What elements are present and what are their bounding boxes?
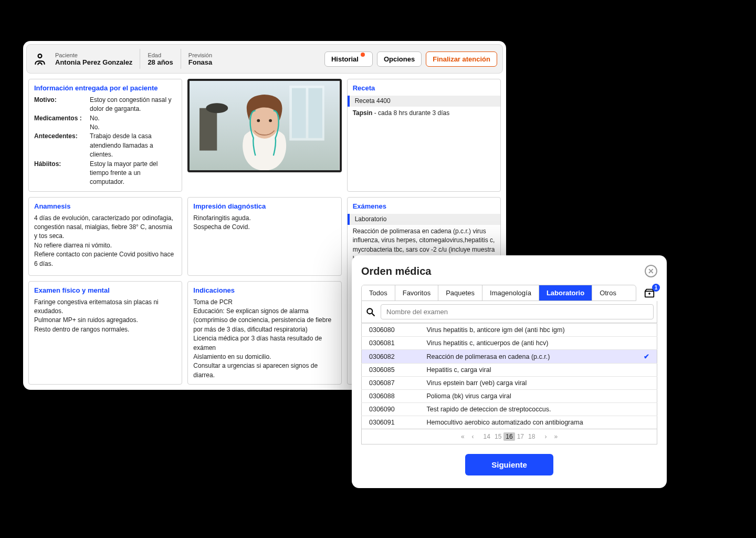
exam-code: 0306087: [362, 377, 419, 390]
exam-name: Virus hepatitis b, anticore igm del (ant…: [419, 324, 637, 337]
pager-page[interactable]: 16: [503, 432, 514, 441]
svg-point-6: [206, 103, 228, 113]
card-title: Receta: [353, 84, 495, 94]
table-row[interactable]: 0306080Virus hepatitis b, anticore igm d…: [362, 324, 657, 337]
prescription-number-strip: Receta 4400: [348, 96, 500, 107]
svg-point-0: [38, 54, 42, 58]
tab-paquetes[interactable]: Paquetes: [438, 285, 482, 301]
exam-name: Virus epstein barr (veb) carga viral: [419, 377, 637, 390]
exam-code: 0306085: [362, 364, 419, 377]
selected-check-icon: [636, 416, 657, 429]
motivo-value: Estoy con congestión nasal y dolor de ga…: [90, 96, 176, 114]
tab-imagenologia[interactable]: Imagenología: [482, 285, 539, 301]
medicamentos-value-2: No.: [90, 123, 176, 132]
selected-check-icon: ✔: [636, 350, 657, 364]
exam-name: Hepatitis c, carga viral: [419, 364, 637, 377]
card-title: Información entregada por el paciente: [34, 84, 176, 94]
card-title: Indicaciones: [193, 286, 335, 296]
prescription-line: Tapsin - cada 8 hrs durante 3 días: [353, 109, 495, 118]
history-button[interactable]: Historial: [324, 51, 373, 67]
pager-page[interactable]: 18: [526, 432, 537, 441]
exam-category-strip: Laboratorio: [348, 214, 500, 225]
habitos-value: Estoy la mayor parte del tiempo frente a…: [90, 160, 176, 187]
header-insurance-label: Previsión: [188, 52, 213, 58]
close-icon[interactable]: ✕: [645, 265, 657, 277]
search-icon: [365, 306, 376, 318]
table-row[interactable]: 0306090Test rapido de deteccion de strep…: [362, 403, 657, 416]
indications-card: Indicaciones Toma de PCR Educación: Se e…: [187, 281, 341, 385]
exam-code: 0306090: [362, 403, 419, 416]
video-feed: [187, 79, 341, 192]
finalize-button[interactable]: Finalizar atención: [426, 51, 497, 67]
table-row[interactable]: 0306091Hemocultivo aerobico automatizado…: [362, 416, 657, 429]
physical-line: Resto dentro de rangos normales.: [34, 325, 176, 334]
exam-name: Virus hepatitis c, anticuerpos de (anti …: [419, 337, 637, 350]
tab-favoritos[interactable]: Favoritos: [395, 285, 438, 301]
header-patient-value: Antonia Perez Gonzalez: [55, 58, 132, 66]
exam-code: 0306091: [362, 416, 419, 429]
order-basket-button[interactable]: 1: [642, 286, 657, 300]
antecedentes-value: Trabajo desde la casa atendiendo llamada…: [90, 132, 176, 159]
tab-laboratorio[interactable]: Laboratorio: [539, 285, 592, 301]
table-row[interactable]: 0306087Virus epstein barr (veb) carga vi…: [362, 377, 657, 390]
indication-line: Consultar a urgencias si aparecen signos…: [193, 361, 335, 380]
exam-results-table: 0306080Virus hepatitis b, anticore igm d…: [361, 323, 657, 429]
next-button[interactable]: Siguiente: [465, 454, 553, 475]
exam-name: Hemocultivo aerobico automatizado con an…: [419, 416, 637, 429]
category-tabs: Todos Favoritos Paquetes Imagenología La…: [361, 285, 636, 301]
diagnosis-card: Impresión diagnóstica Rinofaringitis agu…: [187, 197, 341, 276]
video-frame: [187, 79, 341, 172]
indication-line: Licencia médica por 3 días hasta resulta…: [193, 334, 335, 353]
header-age-value: 28 años: [148, 58, 173, 66]
pager-prev-icon[interactable]: ‹: [470, 432, 476, 441]
header-separator: [181, 49, 181, 69]
prescription-card: Receta Receta 4400 Tapsin - cada 8 hrs d…: [347, 79, 501, 192]
svg-point-10: [367, 308, 372, 314]
anamnesis-line: No refiere diarrea ni vómito.: [34, 241, 176, 250]
table-row[interactable]: 0306088Polioma (bk) virus carga viral: [362, 390, 657, 403]
selected-check-icon: [636, 390, 657, 403]
pager-first-icon[interactable]: «: [459, 432, 467, 441]
anamnesis-card: Anamnesis 4 días de evolución, caracteri…: [28, 197, 182, 276]
table-row[interactable]: 0306082Reacción de polimerasa en cadena …: [362, 350, 657, 364]
modal-title: Orden médica: [361, 265, 431, 277]
header-patient: Paciente Antonia Perez Gonzalez: [52, 52, 135, 66]
habitos-key: Hábiitos:: [34, 160, 87, 187]
header-age: Edad 28 años: [144, 52, 176, 66]
svg-rect-3: [292, 88, 306, 138]
pager-page[interactable]: 17: [515, 432, 526, 441]
history-label: Historial: [331, 55, 359, 63]
selected-check-icon: [636, 377, 657, 390]
table-row[interactable]: 0306085Hepatitis c, carga viral: [362, 364, 657, 377]
card-title: Exámenes: [353, 202, 495, 212]
tab-otros[interactable]: Otros: [592, 285, 624, 301]
table-row[interactable]: 0306081Virus hepatitis c, anticuerpos de…: [362, 337, 657, 350]
exam-search-input[interactable]: [381, 304, 654, 319]
pager-page[interactable]: 14: [481, 432, 492, 441]
tab-todos[interactable]: Todos: [362, 285, 395, 301]
exam-code: 0306080: [362, 324, 419, 337]
svg-rect-4: [309, 88, 323, 138]
options-button[interactable]: Opciones: [377, 51, 422, 67]
header-insurance-value: Fonasa: [188, 58, 213, 66]
indication-line: Educación: Se explican signos de alarma …: [193, 307, 335, 334]
pager-last-icon[interactable]: »: [552, 432, 560, 441]
medicamentos-key: Medicamentos :: [34, 114, 87, 123]
exam-name: Polioma (bk) virus carga viral: [419, 390, 637, 403]
svg-point-8: [257, 119, 260, 122]
exam-name: Test rapido de deteccion de streptococcu…: [419, 403, 637, 416]
medical-order-modal: Orden médica ✕ Todos Favoritos Paquetes …: [352, 255, 667, 488]
motivo-key: Motivo:: [34, 96, 87, 114]
pager-next-icon[interactable]: ›: [542, 432, 549, 441]
card-title: Examen físico y mental: [34, 286, 176, 296]
exam-name: Reacción de polimerasa en cadena (p.c.r.…: [419, 350, 637, 364]
anamnesis-line: Refiere contacto con paciente Covid posi…: [34, 250, 176, 268]
patient-info-card: Información entregada por el paciente Mo…: [28, 79, 182, 192]
anamnesis-line: 4 días de evolución, caracterizado por o…: [34, 214, 176, 241]
svg-rect-5: [200, 108, 217, 151]
selected-check-icon: [636, 324, 657, 337]
antecedentes-key: Antecedentes:: [34, 132, 87, 159]
pager-page[interactable]: 15: [492, 432, 503, 441]
diagnosis-line: Rinofaringitis aguda.: [193, 214, 335, 223]
card-title: Anamnesis: [34, 202, 176, 212]
